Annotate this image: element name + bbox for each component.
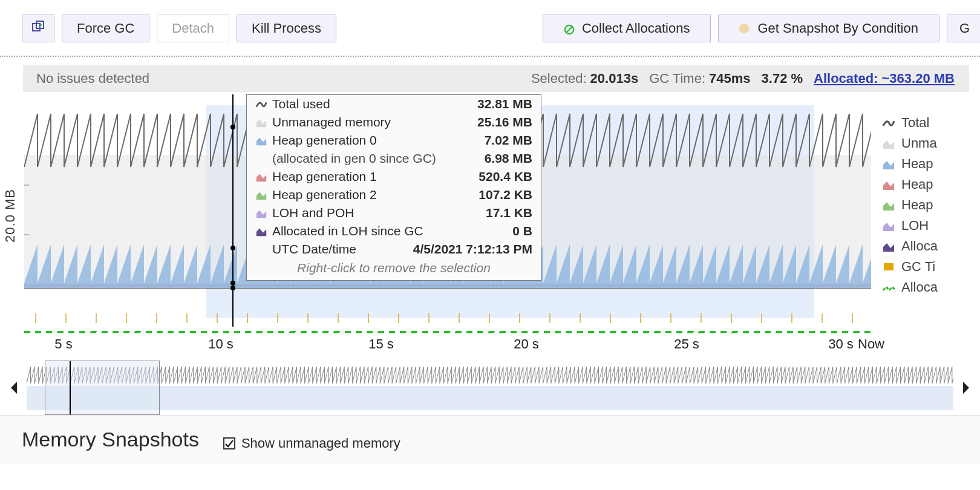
tooltip-swatch — [255, 116, 267, 128]
snapshots-title: Memory Snapshots — [22, 428, 199, 451]
chart-legend: TotalUnmaHeapHeapHeapLOHAllocaGC TiAlloc… — [882, 113, 938, 298]
x-tick-now: Now — [858, 336, 884, 352]
tooltip-swatch — [255, 134, 267, 146]
tooltip-row: Heap generation 07.02 MB — [247, 131, 541, 149]
tooltip-row: Unmanaged memory25.16 MB — [247, 113, 541, 131]
allocated-link[interactable]: Allocated: ~363.20 MB — [814, 71, 955, 87]
extra-button[interactable]: G — [947, 15, 980, 42]
overview-nav — [0, 361, 980, 415]
x-tick: 30 s — [828, 336, 854, 352]
tooltip-value: 520.4 KB — [479, 169, 532, 184]
forbidden-icon — [564, 23, 575, 34]
tooltip-swatch — [255, 171, 267, 183]
x-tick: 10 s — [208, 336, 234, 352]
tooltip-label: LOH and POH — [272, 206, 486, 220]
tooltip-row: Total used32.81 MB — [247, 95, 541, 113]
kill-process-label: Kill Process — [252, 21, 321, 36]
show-unmanaged-label: Show unmanaged memory — [241, 436, 400, 451]
legend-item[interactable]: Heap — [882, 174, 938, 195]
overview-svg — [27, 361, 953, 415]
legend-item[interactable]: LOH — [882, 215, 938, 236]
selected-value: 20.013s — [590, 71, 639, 87]
extra-label: G — [959, 21, 970, 36]
legend-label: Heap — [901, 156, 933, 172]
tooltip-label: UTC Date/time — [272, 242, 413, 256]
chevron-right-icon — [961, 381, 970, 395]
svg-line-4 — [566, 27, 572, 33]
detach-window-button[interactable] — [22, 15, 54, 42]
legend-item[interactable]: Alloca — [882, 236, 938, 256]
status-bar: No issues detected Selected: 20.013s GC … — [23, 65, 969, 92]
legend-item[interactable]: Heap — [882, 154, 938, 174]
dot-icon — [739, 24, 749, 33]
legend-swatch — [882, 178, 895, 191]
x-tick: 25 s — [674, 336, 699, 352]
svg-marker-11 — [11, 382, 17, 394]
legend-swatch — [882, 219, 895, 232]
force-gc-label: Force GC — [77, 21, 134, 36]
tooltip-swatch — [255, 189, 267, 201]
tooltip-value: 4/5/2021 7:12:13 PM — [413, 242, 532, 256]
tooltip-value: 25.16 MB — [477, 115, 532, 129]
legend-label: Heap — [901, 177, 933, 192]
svg-rect-10 — [884, 263, 893, 270]
collect-allocations-label: Collect Allocations — [582, 21, 690, 36]
tooltip-label: Unmanaged memory — [272, 115, 477, 129]
tooltip-label: Heap generation 1 — [272, 169, 479, 184]
gc-time-label: GC Time: — [649, 71, 705, 87]
legend-label: Alloca — [901, 238, 938, 254]
x-tick: 5 s — [54, 336, 72, 352]
legend-swatch — [882, 157, 895, 171]
scroll-left-button[interactable] — [2, 367, 27, 409]
x-axis: 5 s10 s15 s20 s25 s30 sNow — [24, 336, 871, 352]
tooltip-value: 17.1 KB — [486, 206, 532, 220]
tooltip-swatch — [255, 207, 267, 219]
chevron-left-icon — [10, 381, 19, 395]
tooltip-label: Heap generation 2 — [272, 188, 479, 202]
legend-item[interactable]: GC Ti — [882, 256, 938, 277]
legend-swatch — [882, 281, 895, 294]
allocations-line — [24, 331, 871, 333]
overview-window[interactable] — [45, 361, 160, 415]
y-axis-label: 20.0 MB — [0, 189, 24, 243]
legend-label: Unma — [901, 136, 937, 151]
legend-item[interactable]: Unma — [882, 133, 938, 154]
legend-label: Alloca — [901, 279, 938, 295]
legend-item[interactable]: Total — [882, 113, 938, 133]
tooltip-row: (allocated in gen 0 since GC)6.98 MB — [247, 149, 541, 168]
legend-swatch — [882, 137, 895, 150]
overview-strip[interactable] — [27, 361, 953, 415]
tooltip-row: Heap generation 1520.4 KB — [247, 168, 541, 186]
status-issues: No issues detected — [23, 71, 149, 87]
x-tick: 20 s — [514, 336, 539, 352]
gc-pct: 3.72 % — [762, 71, 803, 87]
tooltip-value: 32.81 MB — [477, 97, 532, 111]
force-gc-button[interactable]: Force GC — [62, 15, 149, 42]
legend-item[interactable]: Alloca — [882, 277, 938, 298]
chart-tooltip: Total used32.81 MBUnmanaged memory25.16 … — [246, 94, 541, 281]
toolbar: Force GC Detach Kill Process Collect All… — [0, 0, 980, 56]
tooltip-value: 7.02 MB — [485, 133, 532, 148]
legend-swatch — [882, 260, 895, 273]
svg-marker-2 — [40, 23, 42, 27]
tooltip-row: LOH and POH17.1 KB — [247, 204, 541, 222]
tooltip-row: Allocated in LOH since GC0 B — [247, 222, 541, 240]
tooltip-value: 0 B — [512, 224, 532, 238]
scroll-right-button[interactable] — [953, 367, 978, 409]
svg-rect-12 — [27, 386, 953, 410]
tooltip-swatch — [255, 243, 267, 255]
tooltip-label: (allocated in gen 0 since GC) — [272, 151, 485, 166]
memory-chart[interactable]: Total used32.81 MBUnmanaged memory25.16 … — [24, 94, 871, 336]
legend-item[interactable]: Heap — [882, 195, 938, 215]
svg-marker-13 — [963, 382, 969, 394]
show-unmanaged-checkbox[interactable]: Show unmanaged memory — [223, 436, 400, 451]
kill-process-button[interactable]: Kill Process — [237, 15, 336, 42]
collect-allocations-button[interactable]: Collect Allocations — [543, 15, 711, 42]
tooltip-row: UTC Date/time4/5/2021 7:12:13 PM — [247, 240, 541, 258]
snapshot-by-condition-button[interactable]: Get Snapshot By Condition — [718, 15, 939, 42]
legend-swatch — [882, 240, 895, 253]
legend-swatch — [882, 198, 895, 212]
gc-time-value: 745ms — [709, 71, 751, 87]
chart-cursor[interactable] — [232, 94, 234, 327]
checkbox-icon — [223, 437, 235, 449]
